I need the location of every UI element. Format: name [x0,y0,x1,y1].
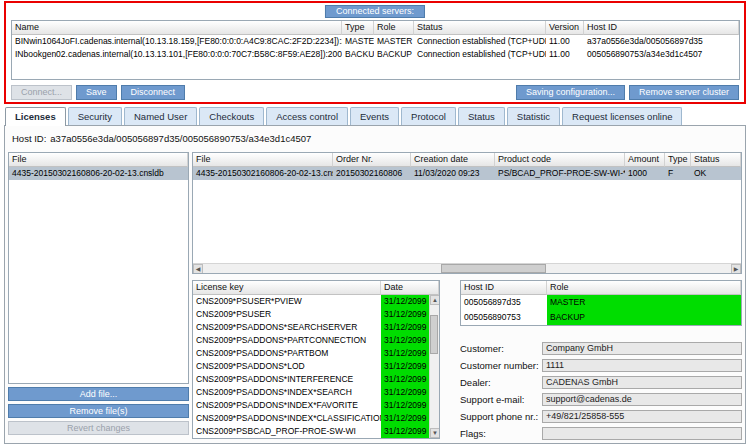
type-cell: F [665,167,691,180]
host-role-row[interactable]: 005056897d35 MASTER [461,295,741,310]
tab-label: Request licenses online [572,111,672,122]
licenses-tab-panel: Host ID:a37a0556e3da/005056897d35/005056… [4,125,746,444]
column-header-date[interactable]: Date [381,281,439,295]
saving-configuration-button[interactable]: Saving configuration... [516,85,625,100]
host-id-label: Host ID: [12,133,46,144]
host-roles-header: Host ID Role [461,281,741,295]
tab-item[interactable]: Request licenses online [562,107,682,125]
host-id-cell: 005056890753 [461,310,547,325]
column-header-status[interactable]: Status [414,21,546,35]
license-key-cell: CNS2009*PSADDONS*INDEX*SEARCH [193,386,381,399]
server-row[interactable]: BINwin1064JoFI.cadenas.internal(10.13.18… [12,35,739,48]
license-key-cell: CNS2009*PSADDONS*INDEX*FAVORITE [193,399,381,412]
form-label: Dealer: [460,377,542,388]
form-input[interactable]: support@cadenas.de [542,393,742,406]
column-header-creation-date[interactable]: Creation date [411,153,495,167]
license-key-row[interactable]: CNS2009*PSADDONS*INDEX*FAVORITE 31/12/20… [193,399,439,412]
license-key-cell: CNS2009*PSADDONS*INDEX*CLASSIFICATION [193,412,381,425]
connect-button[interactable]: Connect... [11,85,72,100]
tab-item[interactable]: Status [458,107,505,125]
form-row: Support e-mail: support@cadenas.de [460,393,742,406]
tab-item[interactable]: Statistic [507,107,560,125]
form-input[interactable]: CADENAS GmbH [542,376,742,389]
tab-item[interactable]: Access control [266,107,348,125]
form-input[interactable] [542,427,742,440]
license-key-row[interactable]: CNS2009*PSADDONS*PARTBOM 31/12/2099 [193,347,439,360]
add-file-button[interactable]: Add file... [8,387,189,401]
license-key-row[interactable]: CNS2009*PSADDONS*INDEX*CLASSIFICATION 31… [193,412,439,425]
server-hostid-cell: a37a0556e3da/005056897d35 [584,35,739,48]
column-header-type[interactable]: Type [665,153,691,167]
role-cell: BACKUP [547,310,741,325]
form-label: Support phone nr.: [460,411,542,422]
host-id-cell: 005056897d35 [461,295,547,310]
column-header-hostid[interactable]: Host ID [584,21,739,35]
tab-item[interactable]: Named User [124,107,197,125]
connected-servers-panel: Connected servers: Name Type Role Status… [4,1,746,104]
form-row: Customer: Company GmbH [460,342,742,355]
license-key-row[interactable]: CNS2009*PSUSER*PVIEW 31/12/2099 [193,295,439,308]
save-button[interactable]: Save [76,85,117,100]
tab-label: Status [468,111,495,122]
scroll-down-icon[interactable]: ▼ [430,428,440,438]
amount-cell: 1000 [625,167,665,180]
license-key-row[interactable]: CNS2009*PSADDONS*INTERFERENCE 31/12/2099 [193,373,439,386]
tab-label: Named User [134,111,187,122]
column-header-host-id[interactable]: Host ID [461,281,547,295]
scroll-left-icon[interactable]: ◀ [193,264,203,274]
form-input[interactable]: Company GmbH [542,342,742,355]
revert-changes-button[interactable]: Revert changes [8,421,189,435]
disconnect-button[interactable]: Disconnect [121,85,186,100]
server-status-cell: Connection established (TCP+UDP) [414,35,546,48]
column-header-role[interactable]: Role [547,281,741,295]
server-hostid-cell: 005056890753/a34e3d1c4507 [584,48,739,61]
form-input[interactable]: 1111 [542,359,742,372]
file-row[interactable]: 4435-20150302160806-20-02-13.cnsldb [9,167,188,180]
column-header-type[interactable]: Type [342,21,374,35]
vscrollbar-thumb[interactable] [430,315,438,354]
vertical-scrollbar[interactable]: ▲ ▼ [429,295,439,438]
column-header-role[interactable]: Role [374,21,414,35]
tab-item[interactable]: Protocol [401,107,456,125]
license-key-cell: CNS2009*PSADDONS*PARTCONNECTION [193,334,381,347]
license-key-row[interactable]: CNS2009*PSBCAD_PROF-PROE-SW-WI 31/12/209… [193,425,439,438]
hscrollbar-track[interactable] [203,264,731,273]
vscrollbar-track[interactable] [430,305,440,428]
column-header-name[interactable]: Name [12,21,342,35]
remove-files-button[interactable]: Remove file(s) [8,404,189,418]
tab-item[interactable]: Events [350,107,399,125]
tab-item[interactable]: Licenses [5,107,66,126]
column-header-license-key[interactable]: License key [193,281,381,295]
license-key-row[interactable]: CNS2009*PSADDONS*INDEX*SEARCH 31/12/2099 [193,386,439,399]
server-role-cell: BACKUP [374,48,414,61]
license-key-row[interactable]: CNS2009*PSUSER 31/12/2099 [193,308,439,321]
server-type-cell: BACKUP [342,48,374,61]
file-list: File 4435-20150302160806-20-02-13.cnsldb [8,152,189,384]
server-row[interactable]: INbookgen02.cadenas.internal(10.13.13.10… [12,48,739,61]
tab-label: Checkouts [209,111,254,122]
tab-item[interactable]: Checkouts [199,107,264,125]
tab-item[interactable]: Security [68,107,122,125]
license-file-row[interactable]: 4435-20150302160806-20-02-13.cnsldb 2015… [193,167,741,180]
license-key-cell: CNS2009*PSADDONS*PARTBOM [193,347,381,360]
column-header-file[interactable]: File [9,153,188,167]
scroll-right-icon[interactable]: ▶ [731,264,741,274]
license-key-row[interactable]: CNS2009*PSADDONS*SEARCHSERVER 31/12/2099 [193,321,439,334]
column-header-order-nr[interactable]: Order Nr. [333,153,411,167]
form-input[interactable]: +49/821/25858-555 [542,410,742,423]
column-header-amount[interactable]: Amount [625,153,665,167]
form-label: Customer number: [460,360,542,371]
license-key-row[interactable]: CNS2009*PSADDONS*LOD 31/12/2099 [193,360,439,373]
column-header-product-code[interactable]: Product code [495,153,625,167]
column-header-file[interactable]: File [193,153,333,167]
host-roles-body: 005056897d35 MASTER 005056890753 BACKUP [461,295,741,325]
column-header-status[interactable]: Status [691,153,741,167]
server-version-cell: 11.00 [546,35,584,48]
host-role-row[interactable]: 005056890753 BACKUP [461,310,741,325]
horizontal-scrollbar[interactable]: ◀ ▶ [193,263,741,273]
remove-server-cluster-button[interactable]: Remove server cluster [629,85,739,100]
license-key-row[interactable]: CNS2009*PSADDONS*PARTCONNECTION 31/12/20… [193,334,439,347]
column-header-version[interactable]: Version [546,21,584,35]
hscrollbar-thumb[interactable] [441,264,547,273]
scroll-up-icon[interactable]: ▲ [430,295,440,305]
